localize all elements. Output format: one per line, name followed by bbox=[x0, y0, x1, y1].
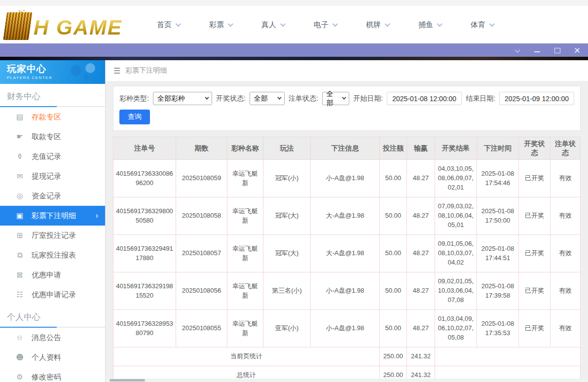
table-cell: 50.00 bbox=[380, 272, 407, 310]
sidebar-item-label: 玩家投注报表 bbox=[32, 251, 76, 260]
table-cell: 50.00 bbox=[380, 197, 407, 235]
nav-item-4[interactable]: 电子 bbox=[314, 20, 336, 30]
nav-item-6[interactable]: 捕鱼 bbox=[418, 20, 441, 30]
draw-status-label: 开奖状态: bbox=[216, 94, 246, 103]
sidebar: 玩家中心 PLAYERS CENTER 财务中心▤存款专区☛取款专区⚱充值记录✉… bbox=[0, 60, 106, 382]
nav-item-label: 电子 bbox=[314, 20, 329, 30]
chevron-down-icon bbox=[176, 21, 181, 27]
divider-accent bbox=[0, 327, 57, 328]
nav-item-7[interactable]: 体育 bbox=[471, 20, 493, 30]
promo-apply-icon: ⊠ bbox=[15, 270, 25, 279]
bet-status-select[interactable]: 全部 bbox=[322, 92, 349, 105]
table-cell: 小-A盘@1.98 bbox=[311, 310, 380, 347]
table-cell: 有效 bbox=[551, 310, 581, 347]
table-cell: 401569173632949117880 bbox=[113, 235, 176, 272]
bell-icon: ⍾ bbox=[15, 333, 25, 342]
lottery-type-select[interactable]: 全部彩种 bbox=[153, 92, 212, 105]
sidebar-item-label: 消息公告 bbox=[32, 333, 61, 343]
horizontal-scrollbar[interactable] bbox=[106, 379, 588, 382]
nav-item-2[interactable]: 彩票 bbox=[209, 20, 232, 30]
maximize-icon[interactable] bbox=[554, 47, 560, 53]
sidebar-item-取款专区[interactable]: ☛取款专区 bbox=[0, 127, 105, 147]
horizontal-scrollbar-thumb[interactable] bbox=[110, 379, 145, 382]
table-cell: 有效 bbox=[551, 272, 581, 310]
table-cell: 已开奖 bbox=[519, 160, 551, 197]
hall-bet-record-icon: ⊞ bbox=[15, 231, 25, 240]
lottery-type-label: 彩种类型: bbox=[119, 94, 149, 103]
start-date-label: 开始日期: bbox=[353, 94, 383, 103]
nav-item-label: 棋牌 bbox=[366, 20, 381, 30]
sidebar-item-提现记录[interactable]: ✉提现记录 bbox=[0, 166, 105, 186]
section-title: 个人中心 bbox=[7, 311, 98, 323]
sidebar-item-修改密码[interactable]: ⚙修改密码 bbox=[0, 367, 105, 382]
chevron-right-icon: › bbox=[96, 211, 98, 220]
table-cell: 2025-01-08 17:54:46 bbox=[477, 160, 519, 197]
table-cell: 已开奖 bbox=[519, 197, 551, 235]
nav-item-1[interactable]: 首页 bbox=[157, 20, 180, 30]
table-cell: 幸运飞艇新 bbox=[227, 235, 263, 272]
table-cell: 20250108056 bbox=[176, 272, 227, 310]
search-button[interactable]: 查询 bbox=[119, 110, 150, 124]
logo-bars-graphic bbox=[3, 12, 33, 40]
player-bet-report-icon: ⧉ bbox=[15, 251, 25, 260]
logo-confetti-graphic bbox=[19, 10, 20, 12]
draw-status-value: 全部 bbox=[254, 94, 268, 103]
sidebar-item-个人资料[interactable]: ☻个人资料 bbox=[0, 347, 105, 367]
sidebar-item-彩票下注明细[interactable]: ▣彩票下注明细› bbox=[0, 206, 105, 226]
chevron-down-icon bbox=[385, 21, 390, 27]
sidebar-item-label: 取款专区 bbox=[32, 132, 61, 142]
summary-empty-cell bbox=[435, 347, 581, 366]
column-header: 投注额 bbox=[380, 137, 407, 160]
table-cell: 有效 bbox=[551, 197, 581, 235]
sidebar-item-消息公告[interactable]: ⍾消息公告 bbox=[0, 328, 105, 347]
table-cell: 401569173632895380790 bbox=[113, 310, 176, 347]
section-title: 财务中心 bbox=[7, 91, 98, 102]
lottery-type-value: 全部彩种 bbox=[157, 94, 185, 103]
summary-row: 当前页统计250.00241.32 bbox=[113, 347, 581, 366]
table-cell: 20250108059 bbox=[176, 160, 227, 197]
page-title: 彩票下注明细 bbox=[125, 66, 167, 75]
start-date-input[interactable] bbox=[387, 92, 462, 105]
nav-item-label: 真人 bbox=[261, 20, 276, 30]
table-cell: 已开奖 bbox=[519, 272, 551, 310]
nav-item-label: 彩票 bbox=[209, 20, 224, 30]
table-cell: 48.27 bbox=[407, 160, 435, 197]
nav-item-label: 捕鱼 bbox=[418, 20, 433, 30]
table-cell: 幸运飞艇新 bbox=[227, 272, 263, 310]
close-icon[interactable] bbox=[574, 47, 580, 53]
sidebar-item-充值记录[interactable]: ⚱充值记录 bbox=[0, 147, 105, 166]
nav-item-3[interactable]: 真人 bbox=[261, 20, 284, 30]
table-cell: 冠军(大) bbox=[263, 197, 311, 235]
bet-status-value: 全部 bbox=[327, 90, 338, 108]
draw-status-select[interactable]: 全部 bbox=[250, 92, 285, 105]
sidebar-item-资金记录[interactable]: ◎资金记录 bbox=[0, 186, 105, 206]
column-header: 注单状态 bbox=[551, 137, 581, 160]
sidebar-item-存款专区[interactable]: ▤存款专区 bbox=[0, 107, 105, 127]
summary-bet-total: 250.00 bbox=[380, 347, 407, 366]
table-cell: 亚军(小) bbox=[263, 310, 311, 347]
table-cell: 已开奖 bbox=[519, 235, 551, 272]
chevron-down-icon bbox=[342, 95, 346, 99]
collapse-icon[interactable] bbox=[514, 47, 521, 53]
sidebar-item-label: 提现记录 bbox=[32, 172, 61, 181]
column-header: 下注时间 bbox=[477, 137, 519, 160]
withdrawal-record-icon: ✉ bbox=[15, 172, 25, 181]
sidebar-item-优惠申请记录[interactable]: ☷优惠申请记录 bbox=[0, 285, 105, 305]
sidebar-item-玩家投注报表[interactable]: ⧉玩家投注报表 bbox=[0, 245, 105, 265]
nav-item-5[interactable]: 棋牌 bbox=[366, 20, 389, 30]
table-cell: 50.00 bbox=[380, 235, 407, 272]
nav-item-label: 首页 bbox=[157, 20, 172, 30]
minimize-icon[interactable] bbox=[534, 47, 541, 53]
section-divider bbox=[0, 327, 105, 328]
chevron-down-icon bbox=[277, 95, 281, 99]
table-cell: 已开奖 bbox=[519, 310, 551, 347]
column-header: 彩种名称 bbox=[227, 137, 263, 160]
sidebar-item-厅室投注记录[interactable]: ⊞厅室投注记录 bbox=[0, 226, 105, 245]
sidebar-item-优惠申请[interactable]: ⊠优惠申请 bbox=[0, 265, 105, 285]
table-cell: 2025-01-08 17:35:53 bbox=[477, 310, 519, 347]
sidebar-item-label: 资金记录 bbox=[32, 191, 61, 201]
main-content: ☰ 彩票下注明细 彩种类型: 全部彩种 开奖状态: 全部 注单状态: 全部 bbox=[106, 60, 588, 382]
table-cell: 48.27 bbox=[407, 197, 435, 235]
end-date-input[interactable] bbox=[499, 92, 574, 105]
hamburger-icon[interactable]: ☰ bbox=[113, 66, 120, 76]
